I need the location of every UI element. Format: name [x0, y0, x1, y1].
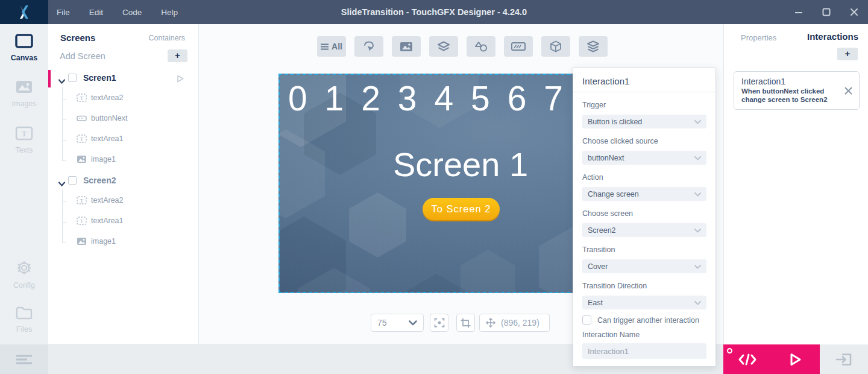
- textarea-icon: T: [77, 135, 87, 145]
- tab-properties[interactable]: Properties: [741, 33, 776, 42]
- touchgfx-x-logo-icon: [16, 4, 32, 20]
- add-screen-button[interactable]: +: [168, 49, 187, 62]
- tree-row-widget[interactable]: T textArea2: [48, 194, 199, 209]
- menu-lines-icon: [16, 355, 33, 364]
- widget-category-misc-button[interactable]: [579, 36, 608, 57]
- crop-canvas-button[interactable]: [456, 314, 475, 332]
- chevron-down-icon: [694, 190, 701, 198]
- fit-to-screen-button[interactable]: [430, 314, 448, 332]
- menu-code[interactable]: Code: [122, 8, 142, 17]
- interaction-card[interactable]: Interaction1 When buttonNext clicked cha…: [734, 71, 860, 110]
- cube-3d-icon: [550, 40, 562, 52]
- tab-interactions[interactable]: Interactions: [807, 31, 858, 42]
- files-folder-icon: [15, 305, 33, 320]
- rail-item-canvas[interactable]: Canvas: [0, 34, 48, 62]
- widget-category-images-button[interactable]: [392, 36, 421, 57]
- rail-bottom-menu[interactable]: [0, 344, 48, 374]
- rail-item-images[interactable]: Images: [0, 80, 48, 108]
- run-target-button[interactable]: [820, 344, 868, 374]
- run-simulator-icon: [790, 353, 802, 366]
- tree-row-widget[interactable]: T textArea1: [48, 133, 199, 147]
- chevron-down-icon: [694, 154, 701, 162]
- tab-containers[interactable]: Containers: [149, 34, 185, 42]
- primary-actions: [723, 344, 820, 374]
- select-value: Change screen: [588, 190, 639, 198]
- button-widget-icon: [77, 114, 87, 125]
- add-interaction-button[interactable]: +: [837, 48, 858, 60]
- chevron-down-icon: [694, 262, 701, 271]
- can-trigger-another-checkbox[interactable]: [582, 315, 591, 325]
- widget-label: image1: [91, 155, 116, 163]
- rail-item-texts[interactable]: T Texts: [0, 126, 48, 154]
- screen1-checkbox[interactable]: [68, 74, 77, 82]
- coordinates-value: (896, 219): [501, 318, 539, 328]
- menu-file[interactable]: File: [57, 8, 70, 17]
- close-icon[interactable]: [840, 0, 868, 24]
- screen2-checkbox[interactable]: [68, 176, 77, 185]
- widget-category-3d-button[interactable]: [541, 36, 570, 57]
- tree-row-screen2[interactable]: Screen2: [48, 174, 199, 189]
- menu-edit[interactable]: Edit: [89, 8, 103, 17]
- tab-screens[interactable]: Screens: [60, 33, 95, 43]
- minimize-icon[interactable]: [785, 0, 813, 24]
- tree-row-widget[interactable]: T textArea1: [48, 215, 199, 229]
- transition-select[interactable]: Cover: [582, 259, 706, 273]
- widget-label: textArea1: [91, 217, 124, 225]
- trigger-select[interactable]: Button is clicked: [582, 115, 706, 128]
- widget-category-shapes-button[interactable]: [467, 36, 495, 57]
- interaction-name-input[interactable]: [582, 343, 706, 359]
- delete-interaction-icon[interactable]: [844, 86, 852, 97]
- choose-screen-select[interactable]: Screen2: [582, 223, 706, 237]
- transition-direction-select[interactable]: East: [582, 296, 706, 309]
- widget-label: textArea1: [91, 135, 124, 143]
- add-screen-row: Add Screen +: [48, 49, 198, 64]
- chevron-down-icon[interactable]: [58, 178, 65, 189]
- widget-category-containers-button[interactable]: [429, 36, 458, 57]
- crop-icon: [461, 318, 471, 328]
- screens-panel: Screens Containers Add Screen + Screen1 …: [48, 24, 199, 344]
- run-screen-icon[interactable]: [177, 74, 184, 85]
- action-bar: [723, 344, 868, 374]
- svg-text:T: T: [80, 218, 84, 224]
- screen1-label[interactable]: Screen1: [83, 73, 116, 83]
- run-simulator-button[interactable]: [772, 344, 820, 374]
- select-value: buttonNext: [588, 154, 624, 162]
- widget-label: textArea2: [91, 94, 124, 102]
- rail-label: Canvas: [0, 54, 48, 62]
- clicked-source-select[interactable]: buttonNext: [582, 151, 706, 165]
- action-select[interactable]: Change screen: [582, 187, 706, 201]
- rail-label: Config: [0, 281, 48, 290]
- config-gear-icon: [16, 260, 33, 276]
- texts-icon: T: [15, 126, 33, 141]
- to-screen2-button[interactable]: To Screen 2: [423, 198, 500, 220]
- tree-row-screen1[interactable]: Screen1: [48, 71, 199, 87]
- select-value: Cover: [588, 262, 608, 271]
- tree-row-widget[interactable]: T textArea2: [48, 92, 199, 106]
- field-label: Transition Direction: [582, 282, 706, 291]
- rail-item-config[interactable]: Config: [0, 260, 48, 290]
- rail-item-files[interactable]: Files: [0, 305, 48, 334]
- tree-row-widget[interactable]: image1: [48, 153, 199, 168]
- progress-widget-icon: [511, 42, 526, 51]
- field-label: Transition: [582, 246, 706, 255]
- open-target-icon: [835, 353, 852, 366]
- screen2-label[interactable]: Screen2: [83, 176, 116, 185]
- countdown-digits-textarea[interactable]: 0 1 2 3 4 5 6 7: [288, 78, 563, 118]
- maximize-icon[interactable]: [813, 0, 840, 24]
- field-label: Choose screen: [582, 209, 706, 219]
- interaction-card-description: When buttonNext clicked: [741, 87, 824, 95]
- tree-row-widget[interactable]: buttonNext: [48, 112, 199, 127]
- chevron-down-icon[interactable]: [58, 75, 65, 86]
- widget-filter-all-button[interactable]: All: [317, 36, 346, 57]
- interaction-name-label: Interaction Name: [582, 331, 706, 339]
- interaction-editor-popup: Interaction1 Trigger Button is clicked C…: [573, 68, 716, 367]
- widget-category-progress-button[interactable]: [504, 36, 533, 57]
- zoom-level-select[interactable]: 75: [371, 314, 424, 332]
- interaction-card-description: change screen to Screen2: [741, 96, 828, 103]
- svg-text:T: T: [22, 129, 27, 138]
- notification-dot: [727, 348, 732, 353]
- field-transition-direction: Transition Direction East: [582, 282, 706, 309]
- menu-help[interactable]: Help: [161, 8, 178, 17]
- widget-category-interaction-button[interactable]: [354, 36, 383, 57]
- tree-row-widget[interactable]: image1: [48, 235, 199, 250]
